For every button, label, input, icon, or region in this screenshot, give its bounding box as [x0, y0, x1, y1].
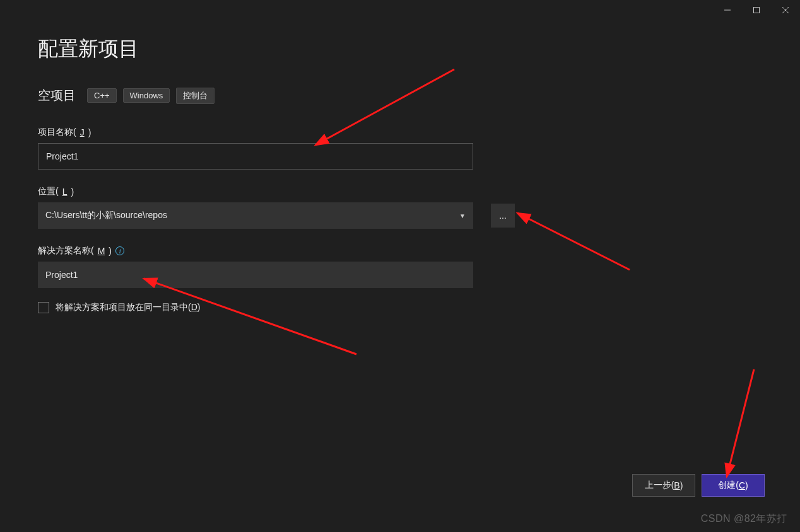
svg-line-8	[727, 369, 754, 477]
project-name-label: 项目名称(J)	[38, 127, 763, 138]
svg-rect-1	[754, 8, 760, 13]
tag-windows: Windows	[123, 88, 170, 103]
template-header: 空项目 C++ Windows 控制台	[38, 87, 763, 104]
window-titlebar	[713, 0, 800, 20]
location-label: 位置(L)	[38, 186, 763, 197]
location-combobox[interactable]: C:\Users\tt的小新\source\repos ▼	[38, 202, 473, 229]
page-title: 配置新项目	[38, 35, 763, 63]
create-button[interactable]: 创建(C)	[702, 474, 765, 497]
footer-buttons: 上一步(B) 创建(C)	[632, 474, 765, 497]
solution-name-input[interactable]: Project1	[38, 262, 473, 288]
template-name: 空项目	[38, 87, 76, 104]
tag-console: 控制台	[176, 88, 215, 104]
same-directory-checkbox[interactable]	[38, 302, 49, 313]
maximize-button[interactable]	[742, 0, 771, 20]
project-name-input[interactable]	[38, 143, 473, 170]
same-directory-row: 将解决方案和项目放在同一目录中(D)	[38, 302, 763, 313]
minimize-button[interactable]	[713, 0, 742, 20]
tag-cpp: C++	[87, 88, 117, 103]
solution-name-label: 解决方案名称(M) i	[38, 245, 763, 257]
back-button[interactable]: 上一步(B)	[632, 474, 695, 497]
watermark: CSDN @82年苏打	[701, 512, 787, 526]
info-icon[interactable]: i	[115, 246, 124, 255]
close-button[interactable]	[771, 0, 800, 20]
same-directory-label: 将解决方案和项目放在同一目录中(D)	[56, 302, 200, 313]
browse-button[interactable]: ...	[491, 204, 515, 228]
location-value: C:\Users\tt的小新\source\repos	[45, 210, 167, 221]
chevron-down-icon: ▼	[459, 212, 466, 219]
